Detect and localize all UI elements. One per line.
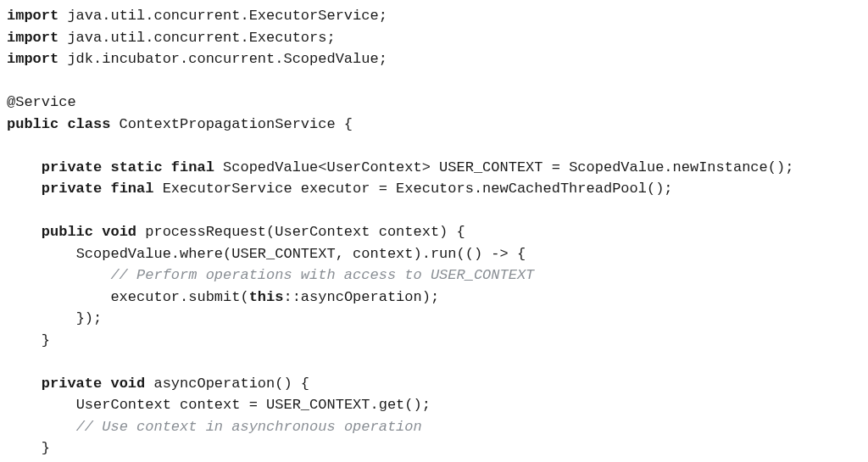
- code-token: // Perform operations with access to USE…: [110, 267, 534, 283]
- code-token: [7, 440, 42, 456]
- code-token: processRequest(UserContext context) {: [136, 224, 465, 240]
- code-token: UserContext context = USER_CONTEXT.get()…: [76, 397, 431, 413]
- code-token: this: [249, 289, 284, 305]
- code-token: import: [7, 8, 58, 24]
- code-token: [7, 289, 110, 305]
- code-block: import java.util.concurrent.ExecutorServ…: [0, 0, 868, 462]
- code-token: // Use context in asynchronous operation: [76, 419, 422, 435]
- code-token: executor.submit(: [110, 289, 248, 305]
- code-token: [7, 181, 42, 197]
- code-token: ::asyncOperation);: [283, 289, 439, 305]
- code-token: [7, 397, 76, 413]
- code-token: private static final: [42, 159, 214, 175]
- code-token: });: [76, 310, 103, 326]
- code-token: }: [42, 440, 50, 456]
- code-token: private final: [42, 181, 154, 197]
- code-token: [7, 332, 42, 348]
- code-token: ScopedValue.where(USER_CONTEXT, context)…: [76, 246, 526, 262]
- code-token: [7, 310, 76, 326]
- code-token: [7, 159, 42, 175]
- code-token: public class: [7, 116, 110, 132]
- code-token: ScopedValue<UserContext> USER_CONTEXT = …: [214, 159, 794, 175]
- code-token: @Service: [7, 94, 76, 110]
- code-token: [7, 419, 76, 435]
- code-token: java.util.concurrent.Executors;: [58, 30, 335, 46]
- code-token: [7, 376, 42, 392]
- code-token: public void: [42, 224, 136, 240]
- code-token: }: [42, 332, 50, 348]
- code-token: [7, 224, 42, 240]
- code-token: asyncOperation() {: [145, 376, 309, 392]
- code-token: [7, 246, 76, 262]
- code-token: import: [7, 51, 58, 67]
- code-token: import: [7, 30, 58, 46]
- code-token: java.util.concurrent.ExecutorService;: [58, 8, 387, 24]
- code-token: jdk.incubator.concurrent.ScopedValue;: [58, 51, 387, 67]
- code-token: ExecutorService executor = Executors.new…: [153, 181, 672, 197]
- code-token: [7, 267, 110, 283]
- code-token: ContextPropagationService {: [110, 116, 353, 132]
- code-token: private void: [42, 376, 145, 392]
